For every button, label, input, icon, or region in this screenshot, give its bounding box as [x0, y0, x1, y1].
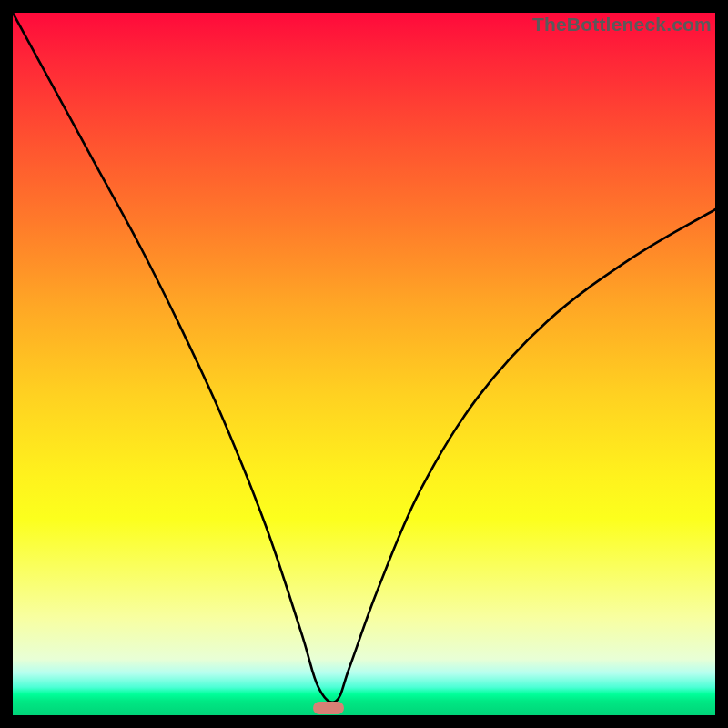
chart-container: TheBottleneck.com [0, 0, 728, 728]
curve-svg [13, 13, 715, 715]
watermark-text: TheBottleneck.com [532, 14, 712, 35]
plot-area: TheBottleneck.com [13, 13, 715, 715]
optimal-marker [313, 702, 344, 714]
bottleneck-curve-path [13, 13, 715, 703]
